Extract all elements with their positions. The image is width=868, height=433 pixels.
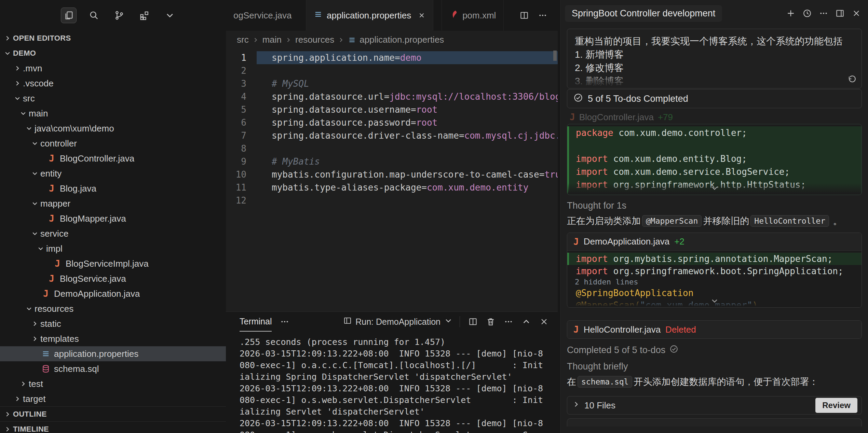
tree-item-impl[interactable]: impl	[0, 241, 226, 256]
diff-block-demoapplication[interactable]: import org.mybatis.spring.annotation.Map…	[567, 251, 862, 307]
diff-block-blogcontroller[interactable]: package com.xum.demo.controller;import c…	[567, 124, 862, 195]
terminal-tab[interactable]: Terminal	[240, 312, 272, 332]
hidden-lines-indicator[interactable]: 2 hidden lines	[567, 277, 862, 287]
more-views-button[interactable]	[162, 8, 178, 23]
close-chat-button[interactable]	[852, 9, 861, 18]
review-button[interactable]: Review	[815, 398, 857, 413]
changed-files-bar[interactable]: 10 Files Review	[567, 396, 862, 415]
properties-tab-icon-wrap	[314, 10, 323, 21]
inline-code-chip[interactable]: @MapperScan	[642, 215, 702, 227]
tab-pom-xml[interactable]: pom.xml	[442, 0, 504, 31]
file-card-header[interactable]: J HelloController.java Deleted	[567, 321, 862, 338]
todos-summary-bar[interactable]: 5 of 5 To-dos Completed	[567, 89, 862, 108]
tree-item-target[interactable]: target	[0, 391, 226, 406]
close-icon	[539, 317, 549, 326]
sidebar-section-demo[interactable]: DEMO	[0, 46, 226, 61]
tree-item-label: DemoApplication.java	[54, 289, 140, 299]
terminal-output[interactable]: .255 seconds (process running for 1.457)…	[226, 332, 558, 433]
split-terminal-button[interactable]	[468, 317, 478, 326]
chat-messages[interactable]: 重构当前的项目，我要实现一个博客系统，这个系统的功能包括1. 新增博客2. 修改…	[561, 29, 868, 427]
java-file-icon: J	[573, 324, 579, 335]
editor-more-actions-button[interactable]	[538, 11, 547, 20]
prompt-line: 1. 新增博客	[575, 48, 854, 61]
tree-item-controller[interactable]: controller	[0, 136, 226, 151]
tree-item-main[interactable]: main	[0, 106, 226, 121]
terminal-line: 080-exec-1] o.s.web.servlet.DispatcherSe…	[240, 394, 558, 406]
inline-code-chip[interactable]: HelloController	[750, 215, 829, 227]
tree-item-java-com-xum-demo[interactable]: java\com\xum\demo	[0, 121, 226, 136]
tree-item-src[interactable]: src	[0, 91, 226, 106]
new-chat-button[interactable]	[786, 9, 796, 18]
panel-views-more-button[interactable]	[280, 317, 289, 326]
code-line: package com.xum.demo.controller;	[567, 126, 862, 139]
check-circle-icon	[669, 345, 678, 353]
sidebar-section-outline[interactable]: OUTLINE	[0, 406, 226, 421]
tree-item-blog-java[interactable]: JBlog.java	[0, 181, 226, 196]
terminal-panel: Terminal Run: DemoApplication .255 secon…	[226, 311, 558, 433]
tree-item-templates[interactable]: templates	[0, 331, 226, 346]
tree-item-label: templates	[40, 334, 79, 344]
close-panel-button[interactable]	[539, 317, 549, 326]
expand-diff-button[interactable]	[710, 296, 719, 307]
chat-input-collapsed[interactable]	[567, 418, 862, 427]
terminal-more-actions-button[interactable]	[504, 317, 513, 326]
chat-header: S​pringBoot Controller development	[561, 0, 868, 27]
tree-item-static[interactable]: static	[0, 316, 226, 331]
code-line	[567, 139, 862, 152]
editor-scrollbar[interactable]	[553, 51, 557, 61]
restore-checkpoint-button[interactable]	[847, 75, 857, 85]
close-tab-button[interactable]	[418, 12, 425, 19]
maximize-panel-button[interactable]	[521, 317, 531, 326]
editor-layout-button[interactable]	[61, 8, 77, 23]
sidebar-section-open-editors[interactable]: OPEN EDITORS	[0, 31, 226, 46]
tree-item-resources[interactable]: resources	[0, 301, 226, 316]
tree-item-blogservice-java[interactable]: JBlogService.java	[0, 271, 226, 286]
code-editor[interactable]: 1spring.application.name=demo23# MySQL4s…	[226, 49, 558, 311]
tree-item-demoapplication-java[interactable]: JDemoApplication.java	[0, 286, 226, 301]
tab-application-properties[interactable]: application.properties	[306, 0, 433, 31]
split-editor-button[interactable]	[519, 11, 529, 20]
terminal-line: 2026-03-15T12:09:13.222+08:00 INFO 15328…	[240, 418, 558, 429]
tree-item-blogmapper-java[interactable]: JBlogMapper.java	[0, 211, 226, 226]
inline-code-chip[interactable]: schema.sql	[578, 376, 632, 388]
editor-column: srcmainresourcesapplication.properties 1…	[226, 31, 558, 433]
chat-session-title[interactable]: S​pringBoot Controller development	[565, 5, 722, 22]
run-configuration-dropdown[interactable]: Run: DemoApplication	[343, 316, 460, 327]
thought-brief[interactable]: Thought briefly	[567, 361, 862, 372]
tree-item-vscode[interactable]: .vscode	[0, 76, 226, 91]
tree-item-test[interactable]: test	[0, 376, 226, 391]
chat-more-button[interactable]	[819, 9, 828, 18]
line-number: 1	[226, 51, 257, 64]
source-control-button[interactable]	[111, 8, 127, 23]
breadcrumb-item[interactable]: application.properties	[360, 34, 444, 45]
chev-down-icon	[165, 10, 175, 20]
tree-item-mvn[interactable]: .mvn	[0, 61, 226, 76]
tree-item-service[interactable]: service	[0, 226, 226, 241]
tree-item-entity[interactable]: entity	[0, 166, 226, 181]
open-chat-in-editor-button[interactable]	[835, 9, 845, 18]
extensions-button[interactable]	[137, 8, 152, 23]
tree-item-mapper[interactable]: mapper	[0, 196, 226, 211]
file-card-header[interactable]: J DemoApplication.java +2	[567, 233, 862, 251]
line-number: 7	[226, 129, 257, 142]
tree-item-application-properties[interactable]: application.properties	[0, 346, 226, 361]
tree-item-label: target	[23, 394, 46, 404]
tree-item-schema-sql[interactable]: schema.sql	[0, 361, 226, 376]
chevron-right-icon	[2, 410, 13, 418]
editor-line: 6spring.datasource.password=root	[226, 116, 558, 129]
editor-line: 12	[226, 194, 558, 207]
chat-history-button[interactable]	[802, 9, 812, 18]
properties-file-icon	[348, 36, 356, 44]
breadcrumb-item[interactable]: src	[237, 34, 249, 45]
thought-duration[interactable]: Thought for 1s	[567, 200, 862, 211]
tree-item-blogserviceimpl-java[interactable]: JBlogServiceImpl.java	[0, 256, 226, 271]
tab-blogservice-java[interactable]: ogService.java	[226, 0, 306, 31]
tree-item-blogcontroller-java[interactable]: JBlogController.java	[0, 151, 226, 166]
sidebar-section-timeline[interactable]: TIMELINE	[0, 421, 226, 433]
breadcrumb-item[interactable]: resources	[295, 34, 334, 45]
expand-diff-button[interactable]	[710, 184, 719, 195]
kill-terminal-button[interactable]	[486, 317, 496, 326]
search-button[interactable]	[86, 8, 102, 23]
breadcrumb-item[interactable]: main	[262, 34, 282, 45]
maven-icon	[449, 10, 458, 19]
